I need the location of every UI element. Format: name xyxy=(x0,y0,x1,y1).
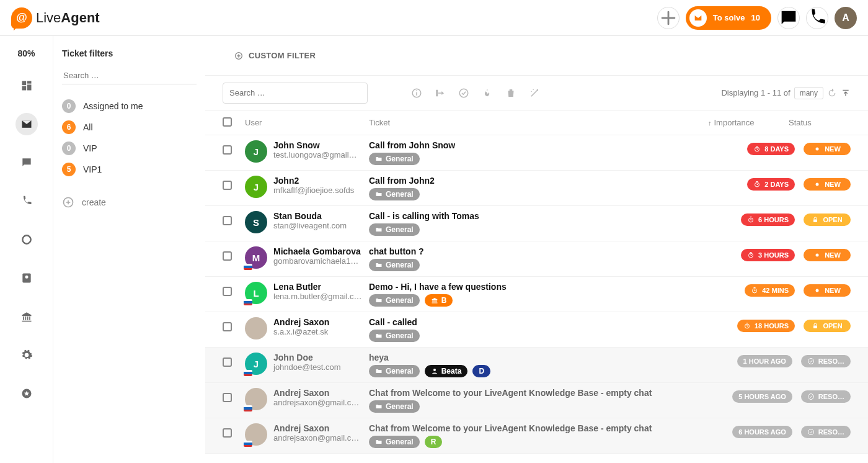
ticket-row[interactable]: Andrej Saxon andrejsaxon@gmail.c… Chat f… xyxy=(205,383,868,418)
tag[interactable]: General xyxy=(369,400,420,413)
tag[interactable]: General xyxy=(369,365,420,377)
row-checkbox[interactable] xyxy=(223,145,232,155)
ticket-row[interactable]: Andrej Saxon andrejsaxon@gmail.c… Chat f… xyxy=(205,418,868,454)
refresh-icon[interactable] xyxy=(827,88,837,98)
tag[interactable]: General xyxy=(369,188,420,200)
ticket-list[interactable]: J John Snow test.luongova@gmail… Call fr… xyxy=(205,135,868,463)
tag-label: B xyxy=(441,296,447,305)
ticket-row[interactable]: Andrej Saxon s.a.x.i@azet.sk Call - call… xyxy=(205,312,868,348)
filters-search-input[interactable] xyxy=(62,67,197,84)
tag-label: General xyxy=(386,367,414,375)
tag[interactable]: General xyxy=(369,153,420,165)
importance-label: 8 DAYS xyxy=(764,145,789,153)
user-name: Michaela Gombarova xyxy=(273,246,361,256)
brand-text: LiveAgent xyxy=(36,10,100,26)
column-header-row: User Ticket ↑Importance Status xyxy=(205,110,868,135)
wand-icon[interactable] xyxy=(529,88,540,99)
nav-dashboard[interactable] xyxy=(16,74,38,97)
call-button[interactable] xyxy=(806,7,828,29)
chat-button[interactable] xyxy=(777,7,800,29)
info-icon[interactable] xyxy=(411,88,422,99)
nav-reports[interactable] xyxy=(16,228,38,251)
filter-item[interactable]: 0VIP xyxy=(62,138,197,159)
pagination-total[interactable]: many xyxy=(794,87,823,99)
flag-icon xyxy=(244,264,252,270)
row-checkbox[interactable] xyxy=(223,322,232,331)
row-checkbox[interactable] xyxy=(223,181,232,190)
phone-icon xyxy=(807,7,828,29)
col-importance[interactable]: ↑Importance xyxy=(708,118,789,127)
ticket-row[interactable]: J John Snow test.luongova@gmail… Call fr… xyxy=(205,135,868,171)
tag[interactable]: General xyxy=(369,259,420,271)
importance-pill: 3 HOURS xyxy=(741,249,795,261)
filter-label: Assigned to me xyxy=(83,101,143,111)
col-status[interactable]: Status xyxy=(789,118,851,127)
ticket-subject: Call from John2 xyxy=(369,176,747,186)
row-checkbox[interactable] xyxy=(223,251,232,261)
user-name: Andrej Saxon xyxy=(273,423,359,433)
row-checkbox[interactable] xyxy=(223,287,232,296)
importance-pill: 18 HOURS xyxy=(737,320,795,332)
svg-rect-12 xyxy=(416,90,417,91)
col-user[interactable]: User xyxy=(245,118,369,127)
tag-label: General xyxy=(386,402,414,411)
col-ticket[interactable]: Ticket xyxy=(369,118,708,127)
nav-tickets[interactable] xyxy=(16,113,38,135)
ticket-row[interactable]: J John2 mfkaflf@jfioejioe.sofds Call fro… xyxy=(205,171,868,206)
tag[interactable]: General xyxy=(369,294,420,307)
tag-label: R xyxy=(431,438,436,446)
ticket-subject: Demo - Hi, I have a few questions xyxy=(369,282,745,292)
custom-filter-bar[interactable]: CUSTOM FILTER xyxy=(205,36,868,76)
nav-settings[interactable] xyxy=(16,344,38,366)
ticket-row[interactable]: M Michaela Gombarova gombarovamichaela1…… xyxy=(205,241,868,277)
importance-label: 3 HOURS xyxy=(758,251,789,259)
flame-icon[interactable] xyxy=(482,88,493,99)
ticket-row[interactable]: J John Doe johndoe@test.com heya General… xyxy=(205,348,868,383)
importance-pill: 1 HOUR AGO xyxy=(737,355,792,367)
pagination-prefix: Displaying 1 - 11 of xyxy=(721,88,790,97)
tag[interactable]: B xyxy=(425,294,453,307)
filter-item[interactable]: 5VIP1 xyxy=(62,159,197,180)
tag[interactable]: General xyxy=(369,330,420,342)
select-all-checkbox[interactable] xyxy=(223,117,232,127)
nav-extensions[interactable] xyxy=(16,382,38,405)
ticket-row[interactable]: S Stan Bouda stan@liveagent.com Call - i… xyxy=(205,206,868,241)
progress-percent: 80% xyxy=(17,48,35,58)
tag[interactable]: R xyxy=(425,436,443,448)
filter-item[interactable]: 6All xyxy=(62,117,197,138)
new-ticket-button[interactable] xyxy=(657,7,680,29)
row-checkbox[interactable] xyxy=(223,357,232,367)
mail-icon xyxy=(20,118,33,130)
tag-label: General xyxy=(386,438,414,446)
profile-avatar[interactable]: A xyxy=(835,7,857,29)
nav-chats[interactable] xyxy=(16,151,38,174)
svg-rect-11 xyxy=(416,92,417,95)
filter-item[interactable]: 0Assigned to me xyxy=(62,96,197,117)
status-pill: NEW xyxy=(804,249,851,261)
row-checkbox[interactable] xyxy=(223,393,232,402)
nav-companies[interactable] xyxy=(16,305,38,328)
ticket-search-input[interactable] xyxy=(223,83,368,104)
row-checkbox[interactable] xyxy=(223,428,232,438)
tag-label: General xyxy=(386,296,414,305)
scroll-top-icon[interactable] xyxy=(841,88,851,98)
row-checkbox[interactable] xyxy=(223,216,232,225)
status-label: OPEN xyxy=(823,216,842,223)
nav-contacts[interactable] xyxy=(16,267,38,289)
tag[interactable]: General xyxy=(369,223,420,236)
transfer-icon[interactable] xyxy=(435,88,446,99)
tag[interactable]: Beata xyxy=(425,365,468,377)
trash-icon[interactable] xyxy=(505,88,516,99)
to-solve-button[interactable]: To solve 10 xyxy=(686,6,771,30)
status-label: NEW xyxy=(825,287,841,294)
tag[interactable]: D xyxy=(472,365,490,377)
importance-label: 1 HOUR AGO xyxy=(743,357,786,365)
importance-label: 18 HOURS xyxy=(755,322,789,330)
nav-calls[interactable] xyxy=(16,190,38,212)
ticket-row[interactable]: L Lena Butler lena.m.butler@gmail.c… Dem… xyxy=(205,277,868,312)
tag[interactable]: General xyxy=(369,436,420,448)
svg-point-23 xyxy=(816,289,819,292)
importance-pill: 6 HOURS xyxy=(741,214,795,226)
resolve-icon[interactable] xyxy=(458,88,469,99)
create-filter-button[interactable]: create xyxy=(62,196,197,209)
